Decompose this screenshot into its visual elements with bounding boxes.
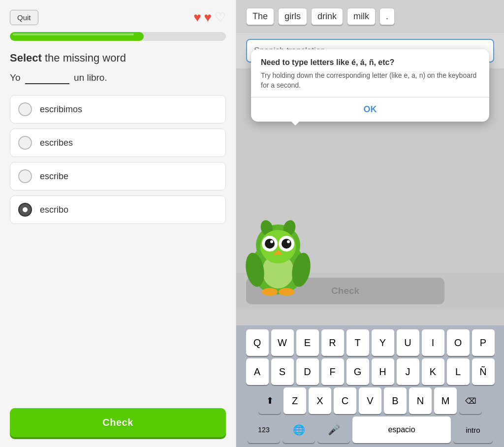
key-g[interactable]: G [346,358,369,385]
key-i[interactable]: I [422,329,444,356]
key-q[interactable]: Q [246,329,269,356]
sentence-start: Yo [10,72,21,83]
word-chip-1: girls [278,8,307,25]
tooltip-overlay: Need to type letters like é, á, ñ, etc? … [251,49,489,122]
heart-1: ♥ [193,10,201,25]
option-text-1: escribimos [40,104,82,115]
heart-2: ♥ [204,10,212,25]
tooltip-bubble: Need to type letters like é, á, ñ, etc? … [251,49,489,122]
hearts-container: ♥ ♥ ♡ [193,10,226,25]
sentence-blank [25,72,69,84]
svg-point-9 [282,239,291,249]
option-text-3: escribe [40,171,68,182]
key-a[interactable]: A [246,358,269,385]
options-list: escribimos escribes escribe escribo [10,95,226,398]
option-text-2: escribes [40,138,73,148]
key-space[interactable]: espacio [352,416,451,443]
heart-3: ♡ [215,10,226,25]
key-x[interactable]: X [309,387,331,414]
word-chip-2: drink [311,8,343,25]
key-f[interactable]: F [321,358,344,385]
progress-bar-container [10,32,226,41]
key-u[interactable]: U [397,329,419,356]
tooltip-title: Need to type letters like é, á, ñ, etc? [261,58,479,67]
sentence-text: Yo un libro. [10,72,226,84]
key-o[interactable]: O [447,329,470,356]
key-k[interactable]: K [422,358,444,385]
svg-point-8 [265,239,275,249]
key-backspace[interactable]: ⌫ [459,387,482,414]
sentence-area: The girls drink milk . [236,0,504,33]
key-mic[interactable]: 🎤 [317,416,350,443]
key-123[interactable]: 123 [248,416,280,443]
kb-row-1: Q W E R T Y U I O P [238,329,502,356]
svg-point-10 [270,240,273,243]
key-n-tilde[interactable]: Ñ [472,358,495,385]
radio-1 [18,102,32,116]
keyboard[interactable]: Q W E R T Y U I O P A S D F G H J K L Ñ … [236,325,504,447]
radio-4 [18,203,32,217]
option-item-1[interactable]: escribimos [10,95,226,124]
option-item-3[interactable]: escribe [10,162,226,191]
key-j[interactable]: J [397,358,419,385]
option-item-4[interactable]: escribo [10,195,226,224]
word-chip-4: . [379,8,395,25]
top-bar: Quit ♥ ♥ ♡ [10,10,226,25]
svg-point-16 [279,288,294,296]
key-t[interactable]: T [346,329,369,356]
instruction-text: Select the missing word [10,52,226,64]
radio-3 [18,169,32,183]
key-d[interactable]: D [296,358,319,385]
left-panel: Quit ♥ ♥ ♡ Select the missing word Yo un… [0,0,236,447]
instruction-rest: the missing word [42,52,126,64]
key-l[interactable]: L [447,358,470,385]
check-button-left[interactable]: Check [10,408,226,437]
kb-row-2: A S D F G H J K L Ñ [238,358,502,385]
key-m[interactable]: M [434,387,457,414]
key-c[interactable]: C [334,387,356,414]
kb-row-bottom: 123 🌐 🎤 espacio intro [238,416,502,443]
key-return[interactable]: intro [453,416,493,443]
quit-button[interactable]: Quit [10,10,38,25]
svg-point-11 [287,240,290,243]
svg-point-15 [262,288,278,296]
option-text-4: escribo [40,205,68,215]
kb-row-3: ⬆ Z X C V B N M ⌫ [238,387,502,414]
key-p[interactable]: P [472,329,495,356]
key-e[interactable]: E [296,329,319,356]
radio-2 [18,136,32,150]
key-globe[interactable]: 🌐 [283,416,315,443]
option-item-2[interactable]: escribes [10,128,226,157]
owl-container [241,213,320,302]
instruction-bold: Select [10,52,42,64]
key-z[interactable]: Z [284,387,306,414]
owl-illustration [241,213,315,297]
key-shift[interactable]: ⬆ [258,387,281,414]
right-panel: The girls drink milk . Need to type lett… [236,0,504,447]
word-chip-3: milk [347,8,376,25]
key-b[interactable]: B [384,387,407,414]
key-w[interactable]: W [271,329,294,356]
tooltip-ok-button[interactable]: OK [261,97,479,122]
sentence-end: un libro. [74,72,107,83]
key-r[interactable]: R [321,329,344,356]
key-v[interactable]: V [359,387,381,414]
tooltip-body: Try holding down the corresponding lette… [261,71,479,90]
word-chip-0: The [246,8,274,25]
key-h[interactable]: H [372,358,394,385]
key-n[interactable]: N [409,387,432,414]
key-s[interactable]: S [271,358,294,385]
progress-bar-fill [10,32,144,41]
key-y[interactable]: Y [372,329,394,356]
